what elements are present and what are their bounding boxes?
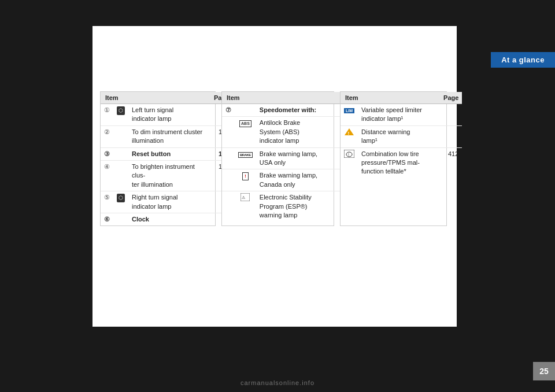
tire-pressure-icon: ! <box>341 147 358 178</box>
table2-item-header: Item <box>222 92 337 104</box>
row-num: ⑦ <box>222 104 235 117</box>
abs-icon: ABS <box>235 117 256 147</box>
table-row: ! Combination low tirepressure/TPMS mal-… <box>341 147 462 178</box>
row-desc: Speedometer with: <box>256 104 337 117</box>
row-num: ⑤ <box>101 191 113 213</box>
row-num <box>222 191 235 222</box>
table2: Item Page ⑦ Speedometer with: ABS Antilo… <box>221 91 334 226</box>
table1-item-header: Item <box>101 92 209 104</box>
row-desc: Right turn signalindicator lamp <box>128 191 209 213</box>
table-row: ④ To brighten instrument clus-ter illumi… <box>101 160 232 191</box>
table3: Item Page LIM Variable speed limiterindi… <box>340 91 447 226</box>
right-turn-icon: ⬡ <box>113 191 128 213</box>
row-desc: Distance warninglamp¹ <box>358 125 439 147</box>
empty-icon <box>113 125 128 147</box>
watermark-text: carmanualsonline.info <box>240 379 314 386</box>
esp-icon: ⚠ <box>235 191 256 222</box>
watermark: carmanualsonline.info <box>240 379 314 386</box>
row-desc: Reset button <box>128 147 209 160</box>
row-num <box>222 117 235 147</box>
at-a-glance-tab: At a glance <box>491 52 555 68</box>
row-desc: To dim instrument clusterillumination <box>128 125 209 147</box>
svg-text:⚠: ⚠ <box>242 195 245 199</box>
table3-item-header: Item <box>341 92 439 104</box>
table-row: ⑤ ⬡ Right turn signalindicator lamp <box>101 191 232 213</box>
row-num: ① <box>101 104 113 126</box>
page-number-box: 25 <box>533 362 555 380</box>
left-turn-icon: ⬡ <box>113 104 128 126</box>
row-num: ② <box>101 125 113 147</box>
distance-warning-icon: ! <box>341 125 358 147</box>
row-desc: Antilock BrakeSystem (ABS)indicator lamp <box>256 117 337 147</box>
svg-text:!: ! <box>348 153 349 157</box>
row-desc: Left turn signalindicator lamp <box>128 104 209 126</box>
table-row: ⑥ Clock <box>101 213 232 225</box>
row-num: ⑥ <box>101 213 113 225</box>
row-num <box>222 147 235 169</box>
table-row: ② To dim instrument clusterillumination … <box>101 125 232 147</box>
row-num: ③ <box>101 147 113 160</box>
empty-icon <box>235 104 256 117</box>
row-desc: Electronic StabilityProgram (ESP®)warnin… <box>256 191 337 222</box>
row-page <box>439 104 462 126</box>
table3-page-header: Page <box>439 92 462 104</box>
row-desc: Combination low tirepressure/TPMS mal-fu… <box>358 147 439 178</box>
row-desc: Variable speed limiterindicator lamp¹ <box>358 104 439 126</box>
table-row: ! Distance warninglamp¹ <box>341 125 462 147</box>
row-desc: To brighten instrument clus-ter illumina… <box>128 160 209 191</box>
brake-warning-icon: ! <box>235 169 256 191</box>
svg-text:!: ! <box>348 131 350 136</box>
table1: Item Page ① ⬡ Left turn signalindicator … <box>100 91 216 226</box>
empty-icon <box>113 160 128 191</box>
row-num: ④ <box>101 160 113 191</box>
row-page <box>439 125 462 147</box>
row-num <box>222 169 235 191</box>
row-desc: Clock <box>128 213 209 225</box>
row-page: 412 <box>439 147 462 178</box>
row-desc: Brake warning lamp,USA only <box>256 147 337 169</box>
tables-container: Item Page ① ⬡ Left turn signalindicator … <box>100 91 447 226</box>
table-row: LIM Variable speed limiterindicator lamp… <box>341 104 462 126</box>
table-row: ③ Reset button 158 <box>101 147 232 160</box>
svg-point-5 <box>346 152 352 157</box>
page-number: 25 <box>539 367 549 376</box>
at-a-glance-label: At a glance <box>501 56 545 64</box>
brakes-icon: BRAKE <box>235 147 256 169</box>
table-row: ① ⬡ Left turn signalindicator lamp <box>101 104 232 126</box>
empty-icon <box>113 147 128 160</box>
row-desc: Brake warning lamp,Canada only <box>256 169 337 191</box>
empty-icon <box>113 213 128 225</box>
lim-icon: LIM <box>341 104 358 126</box>
